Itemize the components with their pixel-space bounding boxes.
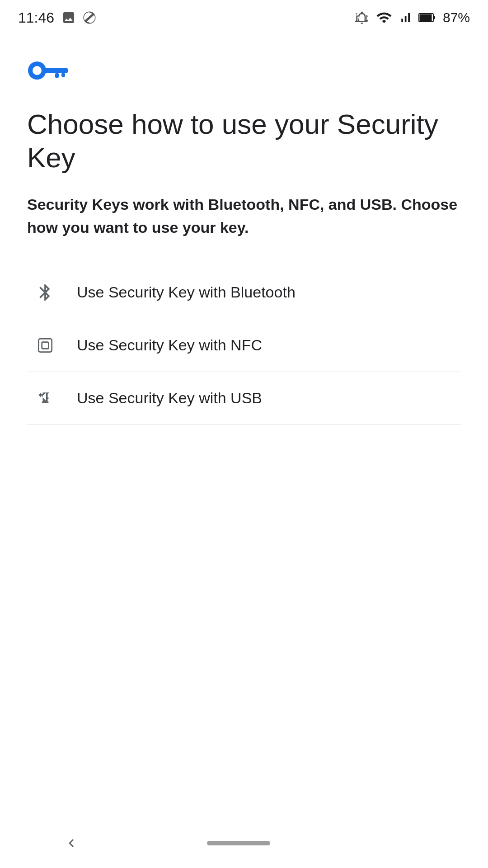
page-description: Security Keys work with Bluetooth, NFC, … <box>27 193 461 239</box>
svg-rect-8 <box>38 339 52 352</box>
time-display: 11:46 <box>18 9 54 26</box>
option-bluetooth[interactable]: Use Security Key with Bluetooth <box>27 266 461 319</box>
options-list: Use Security Key with Bluetooth Use Secu… <box>27 266 461 425</box>
usb-option-label: Use Security Key with USB <box>77 389 262 407</box>
battery-icon <box>418 12 436 23</box>
signal-icon <box>399 11 412 24</box>
svg-rect-1 <box>433 16 435 19</box>
svg-rect-7 <box>61 73 65 77</box>
usb-icon <box>27 388 63 408</box>
nfc-option-label: Use Security Key with NFC <box>77 336 262 354</box>
main-content: Choose how to use your Security Key Secu… <box>0 32 488 425</box>
key-icon-wrapper <box>27 59 461 84</box>
incognito-icon <box>81 9 98 26</box>
page-title: Choose how to use your Security Key <box>27 108 461 175</box>
svg-point-4 <box>33 66 42 75</box>
option-nfc[interactable]: Use Security Key with NFC <box>27 319 461 372</box>
svg-rect-6 <box>55 73 59 78</box>
home-indicator[interactable] <box>207 841 270 845</box>
mute-icon <box>354 10 370 25</box>
wifi-icon <box>376 9 392 26</box>
status-bar-left: 11:46 <box>18 9 98 26</box>
status-bar: 11:46 <box>0 0 488 32</box>
bluetooth-icon <box>27 283 63 302</box>
battery-percent: 87% <box>443 10 470 25</box>
status-icons-left <box>61 9 98 26</box>
bluetooth-option-label: Use Security Key with Bluetooth <box>77 283 296 301</box>
svg-rect-5 <box>45 68 68 73</box>
svg-rect-2 <box>419 14 432 21</box>
photo-icon <box>61 10 76 25</box>
status-bar-right: 87% <box>354 9 470 26</box>
svg-rect-9 <box>42 342 49 349</box>
key-icon <box>27 59 68 82</box>
nfc-icon <box>27 335 63 355</box>
bottom-nav <box>0 818 488 868</box>
back-button[interactable] <box>63 835 80 851</box>
option-usb[interactable]: Use Security Key with USB <box>27 372 461 425</box>
